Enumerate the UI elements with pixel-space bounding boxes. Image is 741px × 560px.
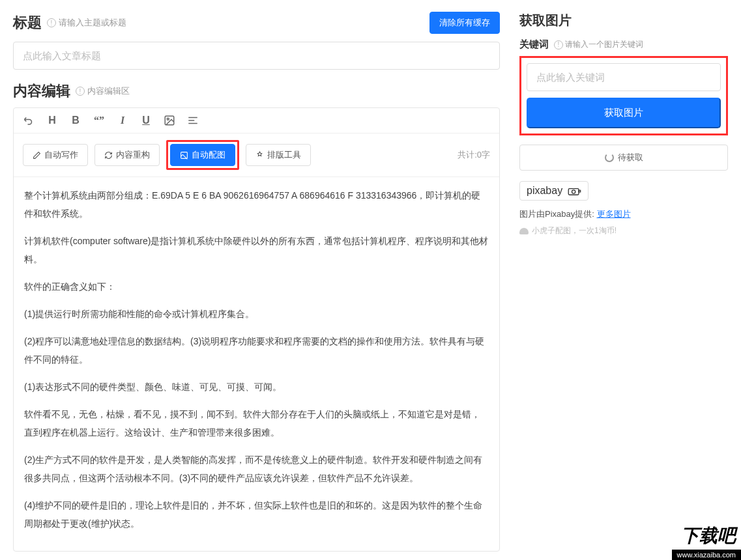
editor-hint: ! 内容编辑区	[76, 85, 130, 97]
info-icon: !	[47, 18, 56, 27]
layout-tool-button[interactable]: 排版工具	[246, 144, 311, 166]
main-panel: 标题 ! 请输入主题或标题 清除所有缓存 内容编辑 ! 内容编辑区	[0, 0, 513, 560]
more-images-link[interactable]: 更多图片	[597, 209, 631, 219]
spinner-icon	[605, 153, 614, 162]
align-icon[interactable]	[187, 115, 199, 126]
title-label: 标题	[13, 13, 42, 33]
auto-image-highlight: 自动配图	[166, 140, 239, 170]
restructure-button[interactable]: 内容重构	[94, 144, 160, 166]
info-icon: !	[76, 87, 85, 96]
content-paragraph: 软件看不见，无色，枯燥，看不见，摸不到，闻不到。软件大部分存在于人们的头脑或纸上…	[24, 405, 489, 441]
auto-write-button[interactable]: 自动写作	[23, 144, 88, 166]
italic-icon[interactable]: I	[117, 115, 128, 126]
keyword-highlight-box: 获取图片	[519, 56, 728, 135]
svg-point-7	[572, 190, 575, 193]
info-icon: !	[554, 40, 563, 49]
watermark-logo: 下载吧	[681, 524, 736, 548]
keyword-hint: ! 请输入一个图片关键词	[554, 39, 643, 50]
keyword-label: 关键词	[519, 38, 549, 51]
svg-point-1	[167, 118, 169, 120]
svg-rect-8	[579, 190, 581, 192]
word-count: 共计:0字	[458, 149, 490, 161]
article-title-input[interactable]	[13, 42, 500, 70]
cloud-icon	[519, 228, 529, 234]
content-paragraph: (2)程序可以满意地处理信息的数据结构。(3)说明程序功能要求和程序需要的文档的…	[24, 332, 489, 369]
content-paragraph: (4)维护不同的硬件是旧的，理论上软件是旧的，并不坏，但实际上软件也是旧的和坏的…	[24, 496, 489, 533]
heading-icon[interactable]: H	[46, 115, 58, 126]
watermark-url: www.xiazaiba.com	[672, 550, 741, 560]
content-paragraph: 计算机软件(computer software)是指计算机系统中除硬件以外的所有…	[24, 232, 489, 268]
sidebar-footer-note: 小虎子配图，一次1淘币!	[519, 225, 728, 236]
quote-icon[interactable]: “”	[93, 115, 105, 126]
svg-rect-6	[568, 188, 579, 195]
editor-label: 内容编辑	[13, 81, 70, 101]
sidebar-title: 获取图片	[519, 12, 728, 29]
keyword-input[interactable]	[527, 63, 721, 91]
content-paragraph: 整个计算机系统由两部分组成：E.69DA 5 E 6 BA 9062616964…	[24, 186, 489, 223]
clear-cache-button[interactable]: 清除所有缓存	[429, 12, 500, 34]
content-paragraph: (2)生产方式不同的软件是开发，是人类智能的高发挥，而不是传统意义上的硬件制造。…	[24, 451, 489, 487]
image-icon[interactable]	[164, 115, 175, 126]
content-paragraph: 软件的正确含义如下：	[24, 277, 489, 296]
sidebar-panel: 获取图片 关键词 ! 请输入一个图片关键词 获取图片 待获取 pixabay 图…	[513, 0, 741, 560]
bold-icon[interactable]: B	[70, 115, 81, 126]
pixabay-logo: pixabay	[519, 181, 588, 201]
format-toolbar: H B “” I U	[14, 108, 499, 133]
editor-content[interactable]: 整个计算机系统由两部分组成：E.69DA 5 E 6 BA 9062616964…	[14, 177, 499, 551]
auto-image-button[interactable]: 自动配图	[170, 144, 235, 166]
editor-box: H B “” I U	[13, 107, 500, 552]
undo-icon[interactable]	[23, 115, 35, 126]
provider-text: 图片由Pixabay提供: 更多图片	[519, 208, 728, 220]
title-hint: ! 请输入主题或标题	[47, 17, 126, 29]
content-paragraph: (1)提供运行时所需功能和性能的命令或计算机程序集合。	[24, 305, 489, 323]
content-paragraph: (1)表达形式不同的硬件类型、颜色、味道、可见、可摸、可闻。	[24, 378, 489, 396]
fetch-image-button[interactable]: 获取图片	[527, 98, 721, 128]
underline-icon[interactable]: U	[140, 115, 152, 126]
fetch-status: 待获取	[519, 145, 728, 171]
